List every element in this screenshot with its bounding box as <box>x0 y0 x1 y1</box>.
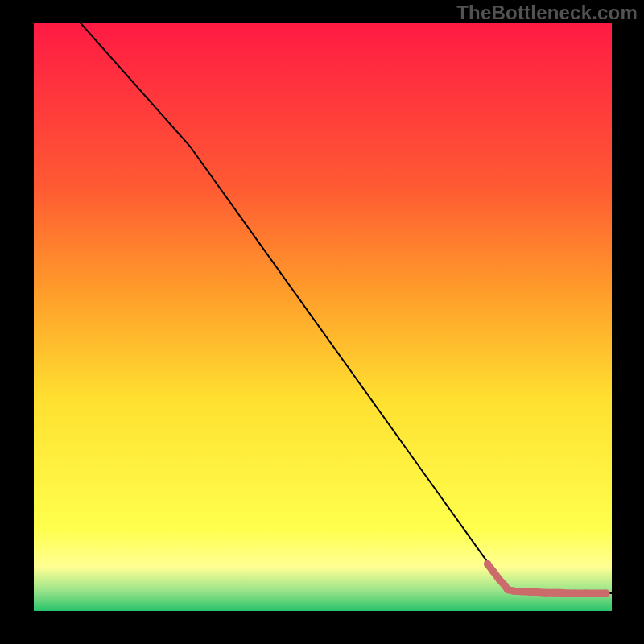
highlight-point <box>489 568 497 575</box>
watermark-text: TheBottleneck.com <box>456 2 638 24</box>
highlight-point <box>556 589 564 597</box>
highlight-point <box>533 588 540 596</box>
gradient-background <box>34 23 612 611</box>
highlight-point <box>602 589 609 597</box>
highlight-point <box>571 589 578 597</box>
highlight-point <box>542 589 549 597</box>
chart-frame: TheBottleneck.com <box>0 0 644 644</box>
highlight-point <box>518 588 526 595</box>
plot-area <box>34 23 612 611</box>
highlight-point <box>495 576 502 583</box>
highlight-point <box>510 588 517 595</box>
highlight-point <box>582 589 589 597</box>
chart-svg <box>34 23 612 611</box>
highlight-point <box>484 560 491 568</box>
